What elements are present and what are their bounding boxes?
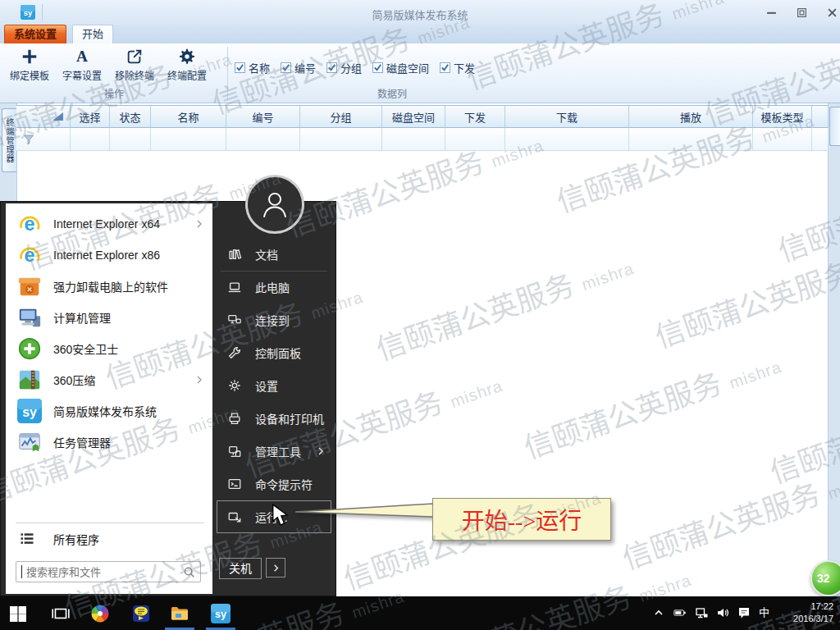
column-checkbox-3[interactable]: 磁盘空间 [372,60,429,75]
ime-indicator[interactable]: 中 [759,606,769,619]
tray-expand-icon[interactable] [652,606,665,619]
grid-column-header-9[interactable]: 模板类型 [753,105,812,128]
chevron-right-icon [194,375,204,385]
column-checkbox-2[interactable]: 分组 [326,60,362,75]
grid-filter-cell-5[interactable] [382,128,445,151]
grid-filter-cell-7[interactable] [505,128,629,151]
start-menu-system-item-3[interactable]: 控制面板 [212,336,336,369]
media-app-taskbar-icon[interactable]: sy [211,604,231,623]
ribbon-button-3[interactable]: 终端配置 [161,43,213,82]
titlebar: sy 简易版媒体发布系统 [0,0,840,25]
start-menu-program-2[interactable]: 强力卸载电脑上的软件 [6,271,212,302]
grid-column-header-8[interactable]: 播放 [629,105,753,128]
grid-filter-cell-4[interactable] [300,128,382,151]
filter-funnel-icon [23,134,34,145]
checkbox-label: 下发 [454,60,475,75]
grid-column-header-1[interactable]: 状态 [110,105,151,128]
column-checkbox-4[interactable]: 下发 [440,60,475,75]
ribbon-button-1[interactable]: A字幕设置 [56,43,108,82]
checkbox-checked-icon[interactable] [235,62,245,73]
grid-column-header-7[interactable]: 下载 [505,105,629,128]
start-menu-system-item-1[interactable]: 此电脑 [212,271,336,304]
minimize-button[interactable] [765,7,778,18]
checkbox-checked-icon[interactable] [281,62,291,73]
window-title: 简易版媒体发布系统 [0,7,840,22]
checkbox-checked-icon[interactable] [440,62,450,73]
grid-filter-cell-6[interactable] [445,128,505,151]
user-avatar[interactable] [245,175,304,234]
devices-icon [227,411,242,426]
program-label: 360压缩 [53,372,95,388]
network-icon[interactable] [695,606,708,619]
terminal-manager-tab[interactable]: 终端管理器 [2,108,16,172]
start-menu-program-1[interactable]: eInternet Explorer x86 [6,240,212,271]
start-menu-program-5[interactable]: 360压缩 [6,364,212,395]
grid-corner-cell[interactable] [16,105,71,128]
start-menu-program-0[interactable]: eInternet Explorer x64 [6,208,212,240]
checkbox-label: 名称 [249,60,270,75]
grid-filter-cell-9[interactable] [753,128,812,151]
start-menu-program-6[interactable]: sy简易版媒体发布系统 [6,395,212,427]
svg-text:sy: sy [215,608,227,620]
grid-filter-cell-3[interactable] [226,128,300,151]
ribbon-button-0[interactable]: 绑定模板 [3,43,56,82]
shutdown-button[interactable]: 关机 [219,558,262,579]
start-menu-system-item-4[interactable]: 设置 [212,369,336,402]
file-explorer-icon[interactable] [170,604,189,623]
task-view-button[interactable] [51,604,71,623]
start-menu-program-4[interactable]: 360安全卫士 [6,333,212,364]
grid-filter-cell-1[interactable] [110,128,151,151]
start-menu-system-item-0[interactable]: 文档 [212,238,336,271]
group-label-actions: 操作 [3,86,225,100]
start-menu: eInternet Explorer x64eInternet Explorer… [0,201,336,596]
taskmgr-icon [17,430,42,454]
ribbon-tab-0[interactable]: 系统设置 [4,25,66,43]
callout-text: 开始-->运行 [462,503,582,536]
program-label: 任务管理器 [53,434,111,450]
start-menu-system-item-2[interactable]: 连接到 [212,304,336,336]
start-menu-system-item-5[interactable]: 设备和打印机 [212,402,336,435]
maximize-button[interactable] [796,7,808,18]
ribbon-button-2[interactable]: 移除终端 [108,43,161,82]
grid-column-header-3[interactable]: 编号 [226,105,300,128]
instant-demo-app-icon[interactable] [131,604,151,623]
grid-header-filler [812,105,829,128]
close-button[interactable] [826,7,838,18]
grid-filter-cell-2[interactable] [151,128,226,151]
battery-icon[interactable] [673,606,687,619]
font-icon: A [73,48,91,66]
all-programs-item[interactable]: 所有程序 [6,528,212,550]
grid-column-header-6[interactable]: 下发 [445,105,505,128]
chevron-right-icon [194,219,204,229]
settings-icon [227,378,242,393]
volume-icon[interactable] [716,606,729,619]
person-icon [258,187,292,221]
start-menu-program-3[interactable]: 计算机管理 [6,302,212,333]
checkbox-checked-icon[interactable] [326,62,337,73]
column-checkbox-1[interactable]: 编号 [281,60,316,75]
pinwheel-app-icon[interactable] [90,604,110,623]
checkbox-checked-icon[interactable] [372,62,383,73]
search-box[interactable] [16,561,201,582]
grid-filter-corner-cell[interactable] [16,128,71,151]
right-side-tab[interactable] [829,107,840,146]
svg-text:e: e [24,213,34,235]
speed-ball-badge[interactable]: 32 [810,560,840,596]
taskbar-clock[interactable]: 17:22 2016/3/17 [793,600,833,625]
ribbon-tab-1[interactable]: 开始 [72,25,113,43]
grid-filter-cell-8[interactable] [629,128,753,151]
grid-column-header-4[interactable]: 分组 [300,105,382,128]
grid-column-header-0[interactable]: 选择 [71,105,110,128]
start-menu-program-7[interactable]: 任务管理器 [6,427,212,458]
program-label: 强力卸载电脑上的软件 [53,278,168,294]
grid-filter-cell-0[interactable] [71,128,110,151]
notification-icon[interactable] [737,606,751,619]
grid-column-header-5[interactable]: 磁盘空间 [382,105,445,128]
grid-column-header-2[interactable]: 名称 [151,105,226,128]
search-input[interactable] [25,565,183,579]
start-button[interactable] [8,604,28,623]
admin-tools-icon [227,444,242,459]
start-menu-system-item-6[interactable]: 管理工具 [212,435,336,468]
column-checkbox-0[interactable]: 名称 [235,60,270,75]
shutdown-options-button[interactable] [266,558,285,578]
